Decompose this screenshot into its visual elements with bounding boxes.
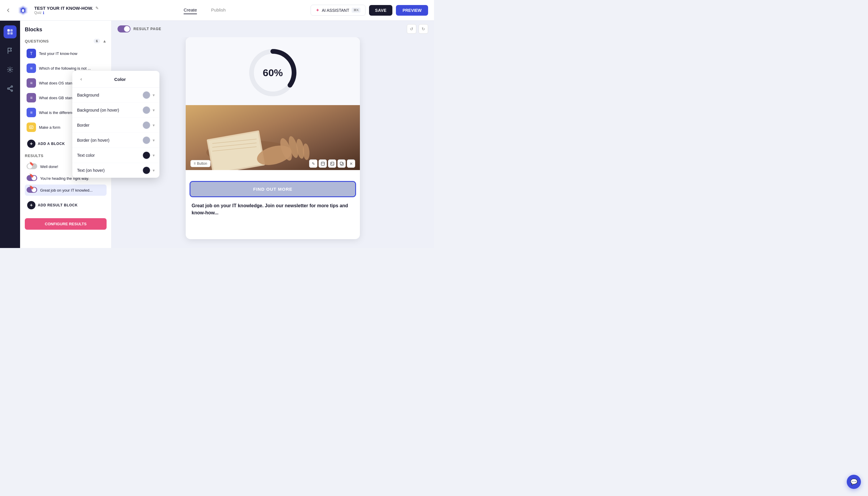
result-card: 60% <box>186 37 360 239</box>
button-toolbar: ✎ ✕ <box>309 159 355 168</box>
border-swatch[interactable] <box>143 121 150 129</box>
questions-section-header: Questions 6 ▲ <box>25 39 107 43</box>
icon-navigation <box>0 21 20 248</box>
background-swatch[interactable] <box>143 91 150 99</box>
svg-point-10 <box>8 88 9 90</box>
canvas-area: RESULT PAGE ↺ ↻ 6 <box>112 21 434 248</box>
canvas-card-wrap: 60% <box>112 37 434 248</box>
result-label-3: Great job on your IT knowled... <box>40 188 98 192</box>
result-item-3[interactable]: 🔖 Great job on your IT knowled... ··· <box>25 185 107 196</box>
canvas-toolbar-right: ↺ ↻ <box>407 24 428 34</box>
preview-button[interactable]: PREVIEW <box>396 5 428 16</box>
canvas-toolbar: RESULT PAGE ↺ ↻ <box>112 21 434 37</box>
questions-count: 6 <box>94 39 100 43</box>
border-chevron[interactable]: ▾ <box>153 123 155 127</box>
color-row-border: Border ▾ <box>112 118 159 133</box>
ai-assistant-button[interactable]: ✦ AI ASSISTANT ⌘K <box>311 5 366 16</box>
svg-rect-32 <box>340 162 342 165</box>
svg-point-11 <box>11 90 13 92</box>
add-block-icon: + <box>27 140 35 148</box>
svg-rect-27 <box>321 162 324 165</box>
color-row-text-hover: Text (on hover) ▾ <box>112 163 159 178</box>
text-hover-chevron[interactable]: ▾ <box>153 168 155 173</box>
nav-share-icon[interactable] <box>3 82 17 95</box>
question-label-1: Test your IT know-how <box>39 51 98 56</box>
main-layout: Blocks Questions 6 ▲ T Test your IT know… <box>0 21 434 248</box>
border-hover-swatch[interactable] <box>143 136 150 144</box>
info-icon[interactable]: ℹ <box>43 11 44 15</box>
color-panel: ‹ Color Background ▾ Background (on hove… <box>112 71 159 178</box>
color-row-text: Text color ▾ <box>112 148 159 163</box>
background-hover-label: Background (on hover) <box>112 108 143 112</box>
svg-point-9 <box>11 86 13 88</box>
color-panel-title: Color <box>112 77 155 82</box>
background-hover-swatch[interactable] <box>143 106 150 114</box>
background-label: Background <box>112 93 143 97</box>
button-image-tool[interactable] <box>328 159 336 168</box>
card-description: Great job on your IT knowledge. Join our… <box>186 196 360 223</box>
question-icon-5: ≡ <box>27 108 36 117</box>
donut-percentage: 60% <box>263 67 283 79</box>
text-hover-label: Text (on hover) <box>112 168 143 173</box>
nav-settings-icon[interactable] <box>3 63 17 76</box>
undo-button[interactable]: ↺ <box>407 24 416 34</box>
question-label-2: Which of the following is not ... <box>39 66 98 71</box>
border-hover-chevron[interactable]: ▾ <box>153 138 155 143</box>
results-label: Results <box>25 154 43 158</box>
redo-button[interactable]: ↻ <box>419 24 428 34</box>
button-edit-tool[interactable]: ✎ <box>309 159 317 168</box>
svg-rect-29 <box>331 162 334 165</box>
find-out-more-button[interactable]: FIND OUT MORE <box>190 182 355 196</box>
result-page-toggle: RESULT PAGE <box>118 26 161 32</box>
ai-icon: ✦ <box>315 7 320 13</box>
add-result-block-button[interactable]: + ADD RESULT BLOCK <box>25 198 107 212</box>
question-icon-2: ≡ <box>27 63 36 73</box>
color-panel-header: ‹ Color <box>112 71 159 88</box>
project-subtitle: Quiz ℹ <box>34 11 98 15</box>
svg-rect-5 <box>10 29 13 32</box>
save-button[interactable]: SAVE <box>369 5 392 16</box>
color-row-border-hover: Border (on hover) ▾ <box>112 133 159 148</box>
svg-rect-6 <box>7 32 10 34</box>
result-page-toggle-pill[interactable] <box>118 26 130 32</box>
button-duplicate-tool[interactable] <box>338 159 346 168</box>
donut-chart: 60% <box>246 46 299 99</box>
svg-rect-7 <box>10 32 13 34</box>
questions-label: Questions <box>25 39 49 43</box>
svg-rect-4 <box>7 29 10 32</box>
add-result-icon: + <box>27 201 35 209</box>
svg-rect-12 <box>30 126 33 129</box>
project-title-area: TEST YOUR IT KNOW-HOW. ✎ Quiz ℹ <box>34 5 98 15</box>
button-delete-tool[interactable]: ✕ <box>347 159 355 168</box>
background-hover-chevron[interactable]: ▾ <box>153 108 155 112</box>
add-result-label: ADD RESULT BLOCK <box>38 203 78 207</box>
card-description-text: Great job on your IT knowledge. Join our… <box>191 202 354 216</box>
text-color-chevron[interactable]: ▾ <box>153 153 155 158</box>
tab-create[interactable]: Create <box>184 6 197 14</box>
questions-collapse-icon[interactable]: ▲ <box>103 39 107 43</box>
nav-tabs: Create Publish <box>103 6 306 14</box>
svg-point-8 <box>9 69 11 71</box>
tab-publish[interactable]: Publish <box>211 6 226 14</box>
edit-title-icon[interactable]: ✎ <box>95 6 98 10</box>
background-chevron[interactable]: ▾ <box>153 93 155 97</box>
button-label-indicator: ⠿ Button <box>190 160 211 167</box>
question-icon-3: ≡ <box>27 78 36 88</box>
configure-results-button[interactable]: CONFIGURE RESULTS <box>25 218 107 230</box>
question-item-1[interactable]: T Test your IT know-how ··· <box>25 46 107 61</box>
nav-flag-icon[interactable] <box>3 44 17 57</box>
text-color-swatch[interactable] <box>143 152 150 159</box>
question-icon-6 <box>27 123 36 132</box>
button-style-tool[interactable] <box>319 159 327 168</box>
text-color-label: Text color <box>112 153 143 158</box>
app-logo <box>17 4 30 17</box>
ai-shortcut: ⌘K <box>352 8 360 13</box>
text-hover-swatch[interactable] <box>143 167 150 174</box>
border-label: Border <box>112 123 143 127</box>
result-page-label: RESULT PAGE <box>134 27 161 31</box>
nav-actions: ✦ AI ASSISTANT ⌘K SAVE PREVIEW <box>311 5 428 16</box>
nav-blocks-icon[interactable] <box>3 26 17 38</box>
back-button[interactable] <box>6 8 11 13</box>
project-title: TEST YOUR IT KNOW-HOW. ✎ <box>34 5 98 11</box>
sidebar-title: Blocks <box>25 26 107 34</box>
